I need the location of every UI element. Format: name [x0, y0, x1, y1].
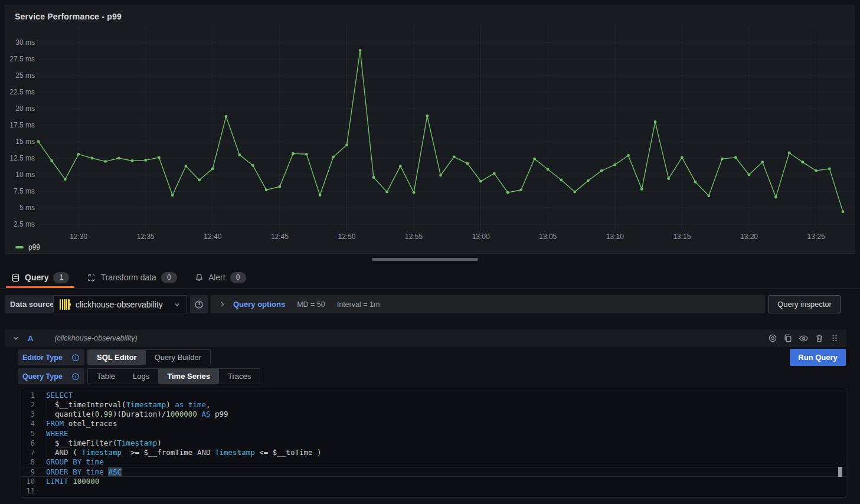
data-point: [319, 194, 322, 197]
eye-icon[interactable]: [799, 333, 809, 343]
data-point: [225, 115, 228, 118]
query-ref-id[interactable]: A: [28, 334, 33, 343]
p99-series-line: [38, 50, 843, 211]
editor-type-field-label: Editor Type: [18, 349, 84, 365]
transform-icon: [87, 273, 96, 282]
tab-alert[interactable]: Alert 0: [189, 267, 251, 288]
y-tick-label: 12.5 ms: [9, 154, 35, 162]
query-row-header: A (clickhouse-observability): [5, 329, 846, 347]
sql-code-editor[interactable]: 1SELECT2 $__timeInterval(Timestamp) as t…: [21, 388, 846, 498]
line-number: 6: [21, 438, 35, 448]
interval-value: Interval = 1m: [337, 300, 380, 309]
sql-code-line[interactable]: WHERE: [46, 429, 68, 438]
data-point: [198, 179, 201, 182]
line-number: 2: [21, 400, 35, 410]
tab-alert-label: Alert: [208, 273, 225, 282]
overview-ruler-selection-mark: [838, 467, 842, 477]
query-type-option-traces[interactable]: Traces: [219, 369, 260, 384]
data-point: [466, 162, 469, 165]
data-point: [560, 179, 563, 182]
timeseries-chart[interactable]: 30 ms27.5 ms25 ms22.5 ms20 ms17.5 ms15 m…: [5, 5, 855, 253]
data-point: [761, 161, 764, 163]
data-point: [788, 152, 791, 155]
query-type-option-time-series[interactable]: Time Series: [158, 369, 219, 384]
sql-code-line[interactable]: quantile(0.99)(Duration)/1000000 AS p99: [46, 410, 228, 419]
indent-guide: [47, 400, 47, 420]
tab-query-count-badge: 1: [53, 272, 69, 283]
data-point: [77, 153, 80, 156]
line-number: 7: [21, 448, 35, 457]
line-number: 11: [21, 486, 35, 496]
sql-code-line[interactable]: LIMIT 100000: [46, 477, 99, 486]
line-number: 8: [21, 457, 35, 467]
legend-series-label[interactable]: p99: [28, 243, 40, 251]
data-point: [801, 161, 804, 163]
y-tick-label: 30 ms: [15, 38, 35, 47]
run-query-button[interactable]: Run Query: [790, 349, 846, 366]
data-source-picker[interactable]: clickhouse-observability: [53, 295, 187, 313]
x-tick-label: 13:20: [740, 233, 758, 241]
data-point: [681, 156, 684, 159]
query-inspector-button[interactable]: Query inspector: [769, 295, 841, 313]
query-type-option-logs[interactable]: Logs: [124, 369, 158, 384]
x-tick-label: 13:25: [807, 233, 825, 241]
x-tick-label: 12:50: [338, 233, 355, 241]
duplicate-icon[interactable]: [783, 333, 793, 343]
data-point: [439, 174, 442, 177]
tab-query[interactable]: Query 1: [6, 267, 74, 288]
query-type-option-table[interactable]: Table: [88, 369, 124, 384]
sql-code-line[interactable]: AND ( Timestamp >= $__fromTime AND Times…: [46, 448, 322, 457]
x-tick-label: 13:00: [472, 233, 490, 241]
y-tick-label: 17.5 ms: [9, 121, 35, 129]
query-type-field-label: Query Type: [18, 368, 84, 384]
sql-code-line[interactable]: GROUP BY time: [46, 457, 104, 467]
data-point: [399, 165, 402, 168]
query-type-label-text: Query Type: [22, 372, 63, 381]
data-point: [345, 143, 348, 146]
data-source-value: clickhouse-observability: [76, 300, 163, 309]
data-point: [493, 172, 496, 175]
clickhouse-logo-icon: [59, 299, 71, 310]
query-options-link[interactable]: Query options: [233, 300, 285, 309]
y-tick-label: 15 ms: [15, 138, 35, 146]
data-point: [694, 181, 697, 184]
data-point: [144, 159, 147, 162]
record-circle-icon[interactable]: [768, 333, 777, 343]
x-tick-label: 12:40: [204, 233, 221, 241]
collapse-chevron-icon[interactable]: [12, 334, 20, 342]
legend-series-swatch: [15, 246, 24, 248]
tab-transform-data[interactable]: Transform data 0: [81, 267, 182, 288]
query-datasource-hint: (clickhouse-observability): [54, 334, 137, 342]
sql-code-line[interactable]: SELECT: [46, 391, 73, 400]
data-point: [104, 160, 107, 163]
data-point: [721, 158, 724, 161]
bell-icon: [195, 273, 204, 282]
tab-query-label: Query: [25, 273, 48, 282]
line-number: 1: [21, 391, 35, 400]
tabs-divider: [0, 288, 860, 289]
sql-code-line[interactable]: $__timeFilter(Timestamp): [46, 438, 162, 448]
editor-type-label-text: Editor Type: [22, 354, 63, 362]
chevron-right-icon[interactable]: [218, 300, 226, 308]
y-tick-label: 25 ms: [15, 71, 35, 80]
info-circle-icon[interactable]: [71, 372, 80, 381]
editor-type-option-query-builder[interactable]: Query Builder: [146, 350, 210, 365]
editor-type-option-sql-editor[interactable]: SQL Editor: [88, 350, 146, 365]
x-tick-label: 12:55: [405, 233, 423, 241]
data-point: [131, 159, 134, 162]
sql-code-line[interactable]: FROM otel_traces: [46, 419, 117, 428]
query-options-bar: Query options MD = 50 Interval = 1m: [211, 295, 765, 313]
trash-icon[interactable]: [815, 333, 824, 343]
data-point: [479, 180, 482, 183]
y-tick-label: 20 ms: [15, 104, 35, 113]
grafana-panel-query-editor: Service Performance - p99 30 ms27.5 ms25…: [0, 0, 860, 504]
data-point: [828, 168, 831, 171]
data-point: [385, 191, 388, 194]
panel-title[interactable]: Service Performance - p99: [15, 12, 122, 21]
sql-code-line[interactable]: $__timeInterval(Timestamp) as time,: [46, 400, 211, 410]
datasource-help-button[interactable]: [190, 295, 208, 313]
horizontal-scrollbar-thumb[interactable]: [372, 258, 478, 261]
line-number: 4: [21, 419, 35, 428]
info-circle-icon[interactable]: [71, 354, 80, 362]
drag-handle-icon[interactable]: [830, 333, 839, 343]
